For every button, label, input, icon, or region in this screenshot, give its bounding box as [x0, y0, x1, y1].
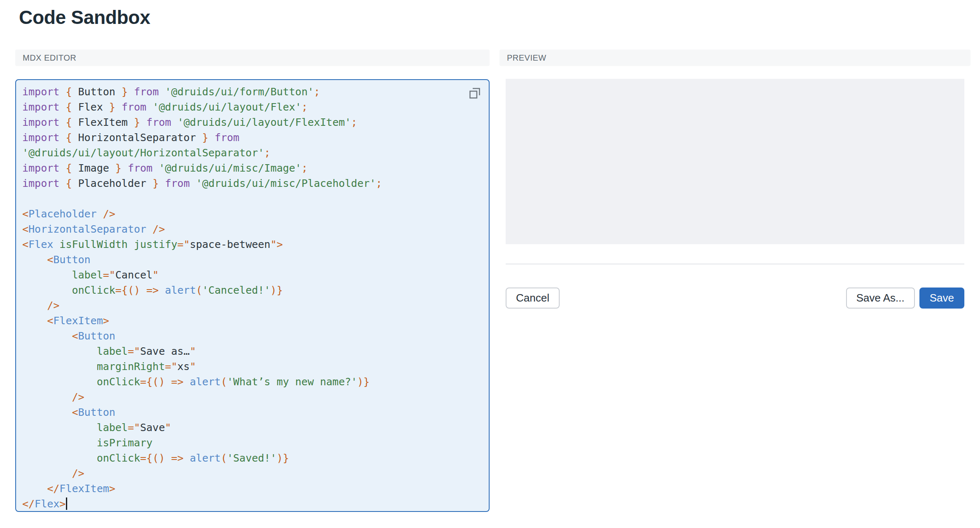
- code-line: <Button: [22, 405, 483, 420]
- cancel-button[interactable]: Cancel: [506, 288, 560, 309]
- code-content[interactable]: import { Button } from '@druids/ui/form/…: [22, 84, 483, 512]
- page-title: Code Sandbox: [19, 6, 980, 29]
- code-line: onClick={() => alert('Saved!')}: [22, 450, 483, 466]
- save-as-button[interactable]: Save As...: [846, 288, 915, 309]
- code-line: label="Save": [22, 420, 483, 435]
- code-line: </FlexItem>: [22, 481, 483, 496]
- code-line: marginRight="xs": [22, 359, 483, 374]
- preview-header-label: PREVIEW: [507, 53, 546, 63]
- horizontal-separator: [506, 264, 964, 264]
- code-line: />: [22, 298, 483, 313]
- copy-icon: [468, 87, 481, 100]
- mdx-editor-header: MDX EDITOR: [15, 50, 490, 66]
- save-button[interactable]: Save: [919, 288, 964, 309]
- code-line: <Flex isFullWidth justify="space-between…: [22, 237, 483, 252]
- code-line: [22, 191, 483, 206]
- code-line: import { Placeholder } from '@druids/ui/…: [22, 176, 483, 191]
- code-line: import { Image } from '@druids/ui/misc/I…: [22, 160, 483, 176]
- code-line: onClick={() => alert('Canceled!')}: [22, 283, 483, 298]
- placeholder-box: [506, 79, 964, 244]
- preview-header: PREVIEW: [499, 50, 971, 66]
- code-line: <HorizontalSeparator />: [22, 222, 483, 237]
- code-line: import { Flex } from '@druids/ui/layout/…: [22, 99, 483, 115]
- copy-button[interactable]: [467, 86, 482, 101]
- code-line: isPrimary: [22, 435, 483, 450]
- code-line: />: [22, 466, 483, 481]
- code-line: <Placeholder />: [22, 206, 483, 222]
- mdx-editor-header-label: MDX EDITOR: [23, 53, 76, 63]
- mdx-editor-panel: MDX EDITOR import { Button } from '@drui…: [15, 50, 490, 512]
- code-line: import { FlexItem } from '@druids/ui/lay…: [22, 115, 483, 130]
- code-line: import { HorizontalSeparator } from: [22, 130, 483, 145]
- code-line: />: [22, 389, 483, 405]
- panels-row: MDX EDITOR import { Button } from '@drui…: [15, 50, 980, 512]
- text-cursor: [66, 497, 67, 510]
- code-line: </Flex>: [22, 496, 483, 512]
- code-line: import { Button } from '@druids/ui/form/…: [22, 84, 483, 99]
- code-line: <Button: [22, 252, 483, 267]
- code-line: <FlexItem>: [22, 313, 483, 328]
- preview-panel: PREVIEW Cancel Save As... Save: [499, 50, 971, 512]
- code-line: label="Cancel": [22, 267, 483, 283]
- mdx-code-editor[interactable]: import { Button } from '@druids/ui/form/…: [15, 79, 490, 512]
- code-line: label="Save as…": [22, 344, 483, 359]
- code-line: onClick={() => alert('What’s my new name…: [22, 374, 483, 389]
- preview-footer: Cancel Save As... Save: [506, 288, 964, 309]
- footer-right-group: Save As... Save: [846, 288, 964, 309]
- code-line: <Button: [22, 328, 483, 344]
- preview-content: Cancel Save As... Save: [506, 66, 964, 309]
- code-line: '@druids/ui/layout/HorizontalSeparator';: [22, 145, 483, 160]
